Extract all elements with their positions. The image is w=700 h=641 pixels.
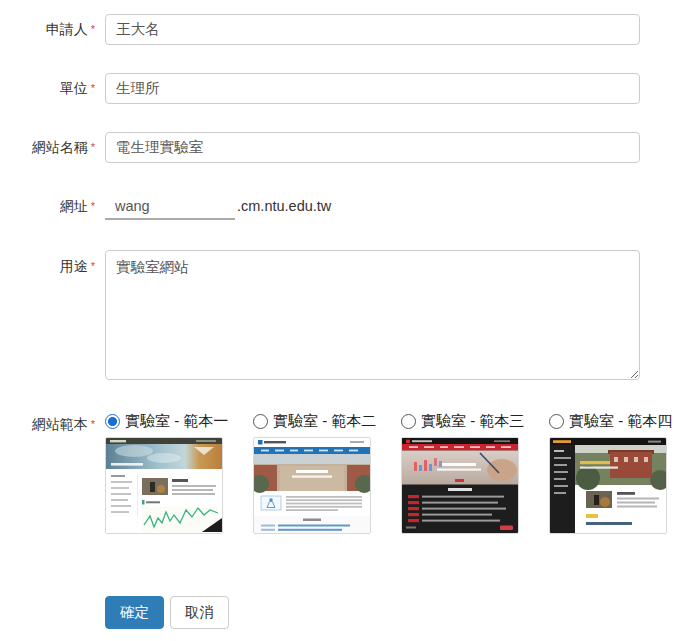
template-4-thumbnail[interactable] [549,437,667,534]
template-options: 實驗室 - 範本一 [105,412,697,534]
url-subdomain-input[interactable] [105,193,235,220]
template-3-radio-label[interactable]: 實驗室 - 範本三 [401,412,549,431]
url-domain-suffix: .cm.ntu.edu.tw [237,198,331,214]
site-name-label: 網站名稱* [0,132,97,163]
template-2-preview-image [254,438,370,533]
required-marker: * [91,82,95,94]
field-row-purpose: 用途* 實驗室網站 [0,250,700,384]
field-row-applicant: 申請人* [0,14,700,45]
template-1-radio[interactable] [105,414,120,429]
field-row-site-name: 網站名稱* [0,132,700,163]
applicant-input[interactable] [105,14,640,45]
unit-input[interactable] [105,73,640,104]
purpose-label: 用途* [0,250,97,276]
template-option-4: 實驗室 - 範本四 [549,412,697,534]
unit-label: 單位* [0,73,97,104]
confirm-button[interactable]: 確定 [105,596,164,629]
template-option-3: 實驗室 - 範本三 [401,412,549,534]
template-4-preview-image [550,438,666,533]
site-name-input[interactable] [105,132,640,163]
purpose-textarea[interactable]: 實驗室網站 [105,250,640,380]
field-row-templates: 網站範本* 實驗室 - 範本一 [0,412,700,534]
template-1-preview-image [106,438,222,533]
required-marker: * [91,260,95,272]
template-option-1: 實驗室 - 範本一 [105,412,253,534]
templates-label: 網站範本* [0,412,97,434]
field-row-url: 網址* .cm.ntu.edu.tw [0,191,700,222]
template-1-thumbnail[interactable] [105,437,223,534]
required-marker: * [91,141,95,153]
template-1-radio-label[interactable]: 實驗室 - 範本一 [105,412,253,431]
required-marker: * [91,200,95,212]
cancel-button[interactable]: 取消 [170,596,229,629]
form-actions: 確定 取消 [105,596,700,629]
template-2-thumbnail[interactable] [253,437,371,534]
template-3-preview-image [402,438,518,533]
website-application-form: 申請人* 單位* 網站名稱* 網址* .cm.ntu.edu.tw 用途* 實驗… [0,0,700,629]
template-3-thumbnail[interactable] [401,437,519,534]
applicant-label: 申請人* [0,14,97,45]
required-marker: * [91,23,95,35]
template-4-radio-label[interactable]: 實驗室 - 範本四 [549,412,697,431]
required-marker: * [91,418,95,430]
template-4-radio[interactable] [549,414,564,429]
template-2-radio[interactable] [253,414,268,429]
template-3-radio[interactable] [401,414,416,429]
template-2-radio-label[interactable]: 實驗室 - 範本二 [253,412,401,431]
url-label: 網址* [0,191,97,222]
field-row-unit: 單位* [0,73,700,104]
template-option-2: 實驗室 - 範本二 [253,412,401,534]
